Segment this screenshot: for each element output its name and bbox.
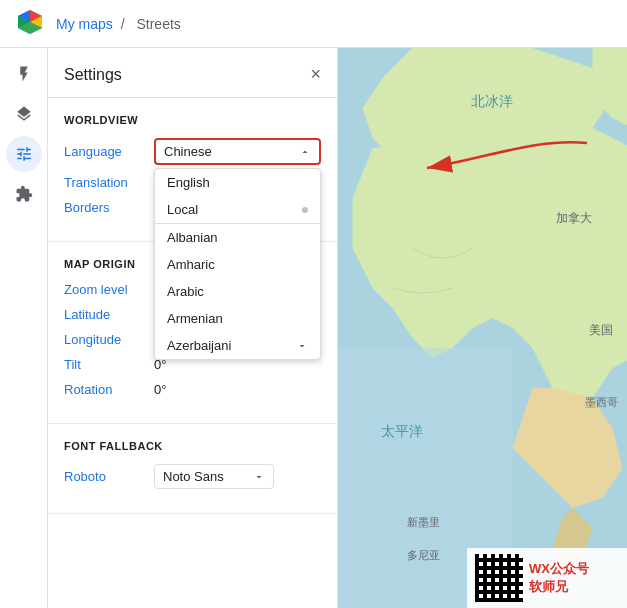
dropdown-item-azerbaijani[interactable]: Azerbaijani <box>155 332 320 359</box>
font-fallback-heading: Font fallback <box>64 440 321 452</box>
font-select-dropdown[interactable]: Noto Sans <box>154 464 274 489</box>
map-label-xinmo: 新墨里 <box>407 515 440 530</box>
close-button[interactable]: × <box>310 64 321 85</box>
main-content: Settings × Worldview Language Chinese En… <box>0 48 627 608</box>
sliders-button[interactable] <box>6 136 42 172</box>
breadcrumb: My maps / Streets <box>56 16 185 32</box>
qr-watermark-area: WX公众号 软师兄 <box>467 548 627 608</box>
watermark-text: WX公众号 软师兄 <box>529 560 589 596</box>
app-logo <box>16 8 44 39</box>
language-dropdown-container: Chinese English Local Albanian Amharic A… <box>154 138 321 165</box>
breadcrumb-link[interactable]: My maps <box>56 16 113 32</box>
map-label-taipingyang: 太平洋 <box>381 423 423 441</box>
rotation-row: Rotation 0° <box>64 382 321 397</box>
dropdown-item-english[interactable]: English <box>155 169 320 196</box>
settings-title: Settings <box>64 66 122 84</box>
breadcrumb-separator: / <box>121 16 125 32</box>
breadcrumb-current: Streets <box>136 16 180 32</box>
language-selected-value: Chinese <box>164 144 212 159</box>
layers-icon <box>15 105 33 123</box>
language-row: Language Chinese English Local Albanian … <box>64 138 321 165</box>
dropdown-item-albanian[interactable]: Albanian <box>155 223 320 251</box>
plugin-icon <box>15 185 33 203</box>
chevron-up-icon <box>299 146 311 158</box>
lightning-button[interactable] <box>6 56 42 92</box>
font-fallback-section: Font fallback Roboto Noto Sans <box>48 424 337 514</box>
qr-code <box>475 554 523 602</box>
settings-header: Settings × <box>48 48 337 98</box>
longitude-label: Longitude <box>64 332 154 347</box>
latitude-label: Latitude <box>64 307 154 322</box>
zoom-label: Zoom level <box>64 282 154 297</box>
map-label-duonia: 多尼亚 <box>407 548 440 563</box>
font-selected-value: Noto Sans <box>163 469 224 484</box>
sliders-icon <box>15 145 33 163</box>
map-svg <box>338 48 627 608</box>
font-row: Roboto Noto Sans <box>64 464 321 489</box>
azerbaijani-label: Azerbaijani <box>167 338 231 353</box>
map-area: 北冰洋 太平洋 加拿大 美国 墨西哥 新墨里 多尼亚 WX公众号 软师兄 <box>338 48 627 608</box>
worldview-heading: Worldview <box>64 114 321 126</box>
lightning-icon <box>15 65 33 83</box>
map-label-usa: 美国 <box>589 322 613 339</box>
tilt-label: Tilt <box>64 357 154 372</box>
language-dropdown-trigger[interactable]: Chinese <box>154 138 321 165</box>
top-bar: My maps / Streets <box>0 0 627 48</box>
dropdown-item-armenian[interactable]: Armenian <box>155 305 320 332</box>
settings-panel: Settings × Worldview Language Chinese En… <box>48 48 338 608</box>
worldview-section: Worldview Language Chinese English Local <box>48 98 337 242</box>
translation-label: Translation <box>64 175 154 190</box>
font-label: Roboto <box>64 469 154 484</box>
rotation-value: 0° <box>154 382 321 397</box>
map-label-beibingyang: 北冰洋 <box>471 93 513 111</box>
dropdown-item-local[interactable]: Local <box>155 196 320 223</box>
dropdown-item-amharic[interactable]: Amharic <box>155 251 320 278</box>
layers-button[interactable] <box>6 96 42 132</box>
map-label-mexico: 墨西哥 <box>585 395 618 410</box>
rotation-label: Rotation <box>64 382 154 397</box>
dropdown-item-arabic[interactable]: Arabic <box>155 278 320 305</box>
plugin-button[interactable] <box>6 176 42 212</box>
borders-label: Borders <box>64 200 154 215</box>
language-dropdown-list: English Local Albanian Amharic Arabic Ar… <box>154 168 321 360</box>
font-chevron-down-icon <box>253 471 265 483</box>
left-toolbar <box>0 48 48 608</box>
map-label-canada: 加拿大 <box>556 210 592 227</box>
language-label: Language <box>64 144 154 159</box>
local-option-label: Local <box>167 202 198 217</box>
chevron-down-icon <box>296 340 308 352</box>
